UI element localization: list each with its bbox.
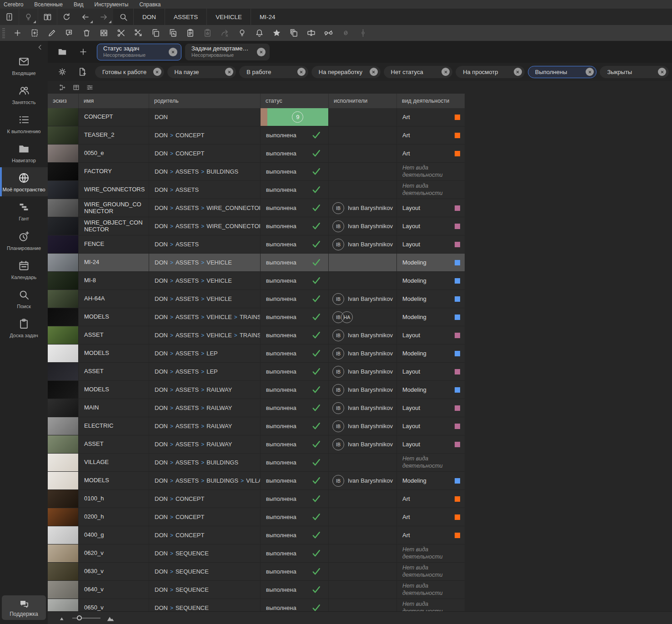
task-activity[interactable]: Нет вида деятельности xyxy=(396,454,465,471)
task-executors[interactable] xyxy=(328,254,396,271)
task-name[interactable]: ASSET xyxy=(78,435,149,453)
chip-close-icon[interactable] xyxy=(586,68,594,76)
task-parent-path[interactable]: DON>ASSETS>VEHICLE xyxy=(149,290,260,308)
task-thumbnail[interactable] xyxy=(48,235,78,253)
copy-button[interactable] xyxy=(147,25,164,41)
task-name[interactable]: AH-64A xyxy=(78,290,149,308)
task-name[interactable]: MI-24 xyxy=(78,254,149,271)
task-name[interactable]: ASSET xyxy=(78,326,149,344)
task-name[interactable]: WIRE_CONNECTORS xyxy=(78,181,149,199)
task-activity[interactable]: Layout xyxy=(396,399,465,417)
status-filter-chip[interactable]: На переработку xyxy=(311,66,381,78)
chip-close-icon[interactable] xyxy=(225,68,233,76)
task-thumbnail[interactable] xyxy=(48,145,78,162)
task-parent-path[interactable]: DON>SEQUENCE xyxy=(149,563,260,580)
task-thumbnail[interactable] xyxy=(48,199,78,217)
search-button[interactable] xyxy=(113,9,133,25)
chip-close-icon[interactable] xyxy=(514,68,522,76)
tab-close-icon[interactable] xyxy=(257,48,266,56)
back-button[interactable] xyxy=(76,9,95,25)
task-activity[interactable]: Art xyxy=(396,490,465,508)
table-row[interactable]: CONCEPT DON 9Art xyxy=(48,108,465,126)
table-row[interactable]: MODELS DON>ASSETS>VEHICLE>TRAINS выполне… xyxy=(48,308,465,326)
task-parent-path[interactable]: DON>ASSETS>RAILWAY xyxy=(149,435,260,453)
chip-close-icon[interactable] xyxy=(441,68,450,76)
task-status[interactable]: выполнена xyxy=(260,435,328,453)
task-activity[interactable]: Modeling xyxy=(396,308,465,326)
task-parent-path[interactable]: DON xyxy=(149,108,260,126)
slider-knob[interactable] xyxy=(77,615,82,620)
task-activity[interactable]: Нет вида деятельности xyxy=(396,563,465,580)
task-activity[interactable]: Art xyxy=(396,126,465,144)
task-parent-path[interactable]: DON>ASSETS>RAILWAY xyxy=(149,417,260,435)
table-row[interactable]: MODELS DON>ASSETS>RAILWAY выполненаIBIva… xyxy=(48,381,465,399)
task-activity[interactable]: Modeling xyxy=(396,290,465,308)
sidebar-item-globe[interactable]: Моё пространство xyxy=(0,167,48,196)
table-row[interactable]: 0400_g DON>CONCEPT выполненаArt xyxy=(48,526,465,544)
menu-cerebro[interactable]: Cerebro xyxy=(4,1,23,8)
sidebar-item-clock-plus[interactable]: Планирование xyxy=(0,226,48,255)
task-status[interactable]: 9 xyxy=(260,108,328,126)
task-executors[interactable] xyxy=(328,544,396,562)
duplicate-button[interactable] xyxy=(285,25,302,41)
task-parent-path[interactable]: DON>CONCEPT xyxy=(149,145,260,162)
task-thumbnail[interactable] xyxy=(48,435,78,453)
task-name[interactable]: ELECTRIC xyxy=(78,417,149,435)
task-activity[interactable]: Layout xyxy=(396,199,465,217)
task-thumbnail[interactable] xyxy=(48,108,78,126)
table-row[interactable]: ASSET DON>ASSETS>RAILWAY выполненаIBIvan… xyxy=(48,435,465,454)
task-executors[interactable] xyxy=(328,563,396,580)
task-activity[interactable]: Modeling xyxy=(396,344,465,362)
paste-button[interactable] xyxy=(181,25,199,41)
tab-add-button[interactable] xyxy=(76,47,90,57)
task-name[interactable]: MAIN xyxy=(78,399,149,417)
sidebar-collapse-button[interactable] xyxy=(36,44,44,51)
table-row[interactable]: WIRE_OBJECT_CONNECTOR DON>ASSETS>WIRE_CO… xyxy=(48,217,465,235)
task-activity[interactable]: Нет вида деятельности xyxy=(396,163,465,180)
task-activity[interactable]: Modeling xyxy=(396,472,465,489)
sidebar-item-gantt[interactable]: Гант xyxy=(0,196,48,225)
task-status[interactable]: выполнена xyxy=(260,181,328,199)
task-name[interactable]: ASSET xyxy=(78,363,149,380)
task-status[interactable]: выполнена xyxy=(260,417,328,435)
table-row[interactable]: 0630_v DON>SEQUENCE выполненаНет вида де… xyxy=(48,563,465,581)
task-name[interactable]: WIRE_OBJECT_CONNECTOR xyxy=(78,217,149,235)
sidebar-item-mail[interactable]: Входящие xyxy=(0,51,48,80)
tab-inactive[interactable]: Задачи департаме… Несортированные xyxy=(185,44,270,60)
column-header-0[interactable]: эскиз xyxy=(48,94,78,108)
table-row[interactable]: 0200_h DON>CONCEPT выполненаArt xyxy=(48,508,465,526)
column-header-3[interactable]: статус xyxy=(260,94,328,108)
task-name[interactable]: 0620_v xyxy=(78,544,149,562)
task-thumbnail[interactable] xyxy=(48,454,78,471)
chip-close-icon[interactable] xyxy=(370,68,378,76)
forward-button[interactable] xyxy=(95,9,113,25)
archive-button[interactable] xyxy=(95,25,112,41)
task-executors[interactable] xyxy=(328,581,396,599)
task-activity[interactable]: Art xyxy=(396,145,465,162)
chip-close-icon[interactable] xyxy=(153,68,161,76)
task-parent-path[interactable]: DON>ASSETS xyxy=(149,181,260,199)
task-status[interactable]: выполнена xyxy=(260,581,328,599)
sidebar-item-calendar[interactable]: Календарь xyxy=(0,255,48,284)
task-parent-path[interactable]: DON>ASSETS>BUILDINGS xyxy=(149,454,260,471)
task-status[interactable]: выполнена xyxy=(260,454,328,471)
task-activity[interactable]: Layout xyxy=(396,235,465,253)
table-row[interactable]: VILLAGE DON>ASSETS>BUILDINGS выполненаНе… xyxy=(48,454,465,472)
task-status[interactable]: выполнена xyxy=(260,381,328,399)
cut-link-button[interactable] xyxy=(130,25,147,41)
status-filter-chip[interactable]: Готовы к работе xyxy=(95,66,164,78)
task-thumbnail[interactable] xyxy=(48,326,78,344)
task-executors[interactable] xyxy=(328,145,396,162)
task-executors[interactable] xyxy=(328,181,396,199)
task-name[interactable]: WIRE_GROUND_CONNECTOR xyxy=(78,199,149,217)
status-filter-chip[interactable]: На паузе xyxy=(167,66,236,78)
task-thumbnail[interactable] xyxy=(48,490,78,508)
task-status[interactable]: выполнена xyxy=(260,163,328,180)
task-parent-path[interactable]: DON>ASSETS>VEHICLE xyxy=(149,272,260,290)
table-row[interactable]: AH-64A DON>ASSETS>VEHICLE выполненаIBIva… xyxy=(48,290,465,308)
task-activity[interactable]: Art xyxy=(396,526,465,544)
task-name[interactable]: VILLAGE xyxy=(78,454,149,471)
task-status[interactable]: выполнена xyxy=(260,326,328,344)
zoom-in-button[interactable] xyxy=(106,613,116,623)
highlight-button[interactable] xyxy=(233,25,251,41)
